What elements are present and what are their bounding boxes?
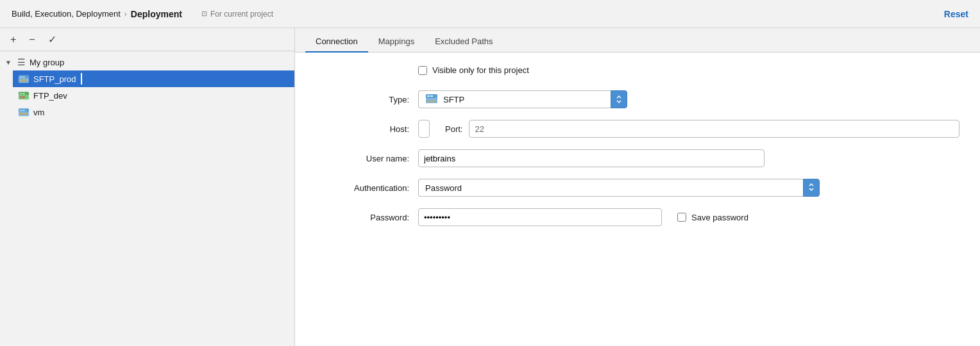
svg-text:SFTP: SFTP: [427, 99, 435, 103]
reset-button[interactable]: Reset: [944, 9, 968, 19]
add-server-button[interactable]: +: [8, 33, 19, 46]
auth-select-display[interactable]: Password: [418, 179, 803, 197]
username-input[interactable]: [418, 149, 765, 167]
svg-rect-7: [20, 93, 22, 94]
svg-rect-2: [20, 76, 22, 78]
svg-rect-3: [22, 76, 25, 78]
type-dropdown-arrow-icon: [616, 95, 622, 104]
visible-only-label: Visible only for this project: [432, 65, 529, 75]
tree-group-header[interactable]: ▼ ☰ My group: [0, 54, 294, 70]
username-row: User name:: [316, 149, 959, 167]
tree-items: SFTP SFTP_prod: [0, 70, 294, 120]
sidebar: + − ✓ ▼ ☰ My group: [0, 28, 295, 346]
ftp-dev-icon: FTP: [18, 90, 30, 101]
svg-rect-12: [20, 110, 22, 111]
host-row: Host: Port:: [316, 120, 959, 138]
for-project-label: ⊡ For current project: [201, 10, 273, 19]
check-button[interactable]: ✓: [46, 33, 59, 46]
remove-server-button[interactable]: −: [26, 33, 37, 46]
password-controls: Save password: [418, 208, 959, 226]
project-icon: ⊡: [201, 10, 207, 18]
breadcrumb-parent: Build, Execution, Deployment: [12, 9, 121, 19]
tree-group: ▼ ☰ My group: [0, 54, 294, 120]
breadcrumb-separator: ›: [124, 10, 127, 19]
host-input[interactable]: [418, 120, 430, 138]
type-dropdown-button[interactable]: [611, 90, 627, 108]
app-window: Build, Execution, Deployment › Deploymen…: [0, 0, 980, 346]
host-port-row: Port:: [418, 120, 959, 138]
auth-select-wrapper: Password: [418, 179, 829, 197]
svg-rect-8: [22, 93, 25, 94]
breadcrumb-current: Deployment: [131, 9, 182, 19]
tab-excluded-paths[interactable]: Excluded Paths: [425, 31, 503, 53]
right-panel: Connection Mappings Excluded Paths Visib…: [295, 28, 980, 346]
visible-only-container: Visible only for this project: [418, 65, 529, 75]
type-row: Type: SFTP: [316, 90, 959, 108]
sidebar-tree: ▼ ☰ My group: [0, 51, 294, 346]
port-label: Port:: [445, 124, 462, 134]
tabs-bar: Connection Mappings Excluded Paths: [295, 28, 980, 53]
sftp-prod-icon: SFTP: [18, 73, 30, 85]
host-label: Host:: [316, 124, 418, 134]
type-select-wrapper: SFTP SFTP: [418, 90, 627, 108]
tab-connection[interactable]: Connection: [305, 31, 368, 53]
svg-text:FTP: FTP: [20, 96, 26, 99]
vm-icon: SFTP: [18, 106, 30, 118]
svg-rect-17: [427, 95, 430, 97]
tree-item-sftp-prod[interactable]: SFTP SFTP_prod: [13, 70, 294, 87]
content-area: + − ✓ ▼ ☰ My group: [0, 28, 980, 346]
svg-rect-18: [430, 95, 433, 97]
form-area: Visible only for this project Type:: [295, 53, 980, 346]
svg-text:SFTP: SFTP: [20, 113, 28, 116]
auth-value: Password: [425, 183, 462, 193]
tree-item-label-ftp-dev: FTP_dev: [33, 91, 67, 101]
cursor-icon: [81, 73, 82, 85]
type-value: SFTP: [443, 95, 464, 104]
auth-label: Authentication:: [316, 183, 418, 193]
svg-rect-13: [22, 110, 25, 111]
type-label: Type:: [316, 95, 418, 104]
username-label: User name:: [316, 154, 418, 163]
auth-row: Authentication: Password: [316, 179, 959, 197]
visible-only-row: Visible only for this project: [316, 65, 959, 75]
tree-item-ftp-dev[interactable]: FTP FTP_dev: [13, 87, 294, 104]
group-label: My group: [30, 58, 64, 67]
sftp-type-icon: SFTP: [425, 93, 438, 106]
group-icon: ☰: [15, 56, 27, 68]
auth-dropdown-button[interactable]: [803, 179, 820, 197]
tree-item-label-vm: vm: [33, 108, 44, 117]
tree-expand-arrow: ▼: [5, 59, 13, 66]
auth-dropdown-arrow-icon: [808, 183, 815, 194]
tree-item-label-sftp-prod: SFTP_prod: [33, 74, 76, 84]
password-label: Password:: [316, 213, 418, 222]
tree-item-vm[interactable]: SFTP vm: [13, 104, 294, 120]
visible-only-checkbox[interactable]: [418, 66, 427, 75]
password-input[interactable]: [418, 208, 662, 226]
header: Build, Execution, Deployment › Deploymen…: [0, 0, 980, 28]
port-input[interactable]: [469, 120, 959, 138]
breadcrumb: Build, Execution, Deployment › Deploymen…: [12, 9, 944, 19]
save-password-group: Save password: [677, 213, 748, 222]
type-select-display[interactable]: SFTP SFTP: [418, 90, 611, 108]
tab-mappings[interactable]: Mappings: [368, 31, 425, 53]
sidebar-toolbar: + − ✓: [0, 28, 294, 51]
svg-text:SFTP: SFTP: [20, 79, 28, 83]
save-password-label: Save password: [691, 213, 748, 222]
password-row: Password: Save password: [316, 208, 959, 226]
save-password-checkbox[interactable]: [677, 213, 686, 222]
